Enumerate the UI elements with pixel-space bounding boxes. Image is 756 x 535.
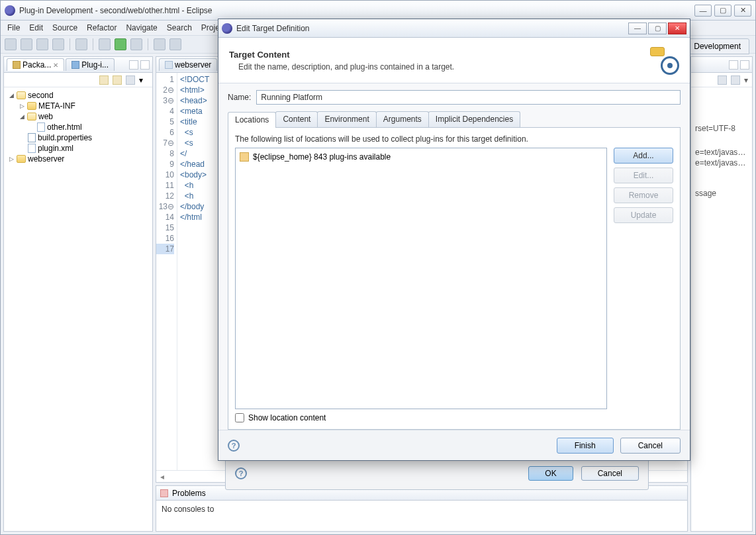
- locations-list[interactable]: ${eclipse_home} 843 plug-ins available: [235, 148, 607, 409]
- name-input[interactable]: [256, 90, 681, 105]
- help-icon[interactable]: ?: [235, 467, 247, 479]
- tab-environment[interactable]: Environment: [317, 111, 376, 127]
- outline-item[interactable]: rset=UTF-8: [695, 123, 748, 134]
- eclipse-icon: [222, 23, 232, 34]
- location-item[interactable]: ${eclipse_home} 843 plug-ins available: [240, 152, 602, 162]
- help-icon[interactable]: ?: [228, 440, 240, 452]
- menu-refactor[interactable]: Refactor: [83, 22, 120, 34]
- run-icon[interactable]: [115, 38, 126, 50]
- tree-item[interactable]: second: [28, 91, 54, 100]
- edit-button[interactable]: Edit...: [614, 168, 673, 183]
- tree-item[interactable]: webserver: [28, 154, 64, 164]
- saveall-icon[interactable]: [36, 38, 48, 50]
- plugin-icon: [71, 61, 79, 69]
- update-button[interactable]: Update: [614, 207, 673, 223]
- dialog-maximize-button[interactable]: ▢: [648, 23, 667, 34]
- problems-console-panel: Problems No consoles to: [156, 485, 688, 532]
- minimize-icon[interactable]: [729, 60, 738, 70]
- remove-button[interactable]: Remove: [614, 187, 673, 203]
- expander-icon[interactable]: ◢: [19, 113, 25, 120]
- project-icon: [17, 155, 26, 163]
- outline-tabs: [691, 57, 752, 73]
- locations-tab-content: The following list of locations will be …: [228, 128, 681, 430]
- project-tree[interactable]: ◢second ▷META-INF ◢web other.html build.…: [4, 87, 152, 167]
- tab-implicit-dependencies[interactable]: Implicit Dependencies: [428, 111, 520, 127]
- dialog-close-button[interactable]: ✕: [668, 23, 686, 34]
- expander-icon[interactable]: ◢: [8, 92, 15, 99]
- outline-item[interactable]: e=text/javascrip: [695, 147, 748, 158]
- close-button[interactable]: ✕: [734, 5, 751, 17]
- tab-content[interactable]: Content: [275, 111, 318, 127]
- maximize-icon[interactable]: [740, 60, 749, 70]
- outline-toolbar: ▾: [691, 73, 752, 87]
- perspective-development[interactable]: Development: [685, 38, 749, 54]
- package-icon: [13, 61, 21, 69]
- menu-edit[interactable]: Edit: [25, 22, 47, 34]
- show-location-content-checkbox[interactable]: [235, 413, 244, 422]
- collapse-icon[interactable]: [99, 75, 109, 85]
- tab-label: Plug-i...: [81, 60, 109, 70]
- maximize-icon[interactable]: [140, 60, 150, 70]
- ok-button[interactable]: OK: [528, 466, 573, 481]
- run-last-icon[interactable]: [130, 38, 142, 50]
- tab-problems[interactable]: Problems: [172, 489, 206, 498]
- menu-file[interactable]: File: [3, 22, 24, 34]
- expander-icon[interactable]: ▷: [8, 156, 15, 162]
- location-icon: [240, 152, 249, 162]
- minimize-button[interactable]: —: [694, 5, 712, 17]
- code-content[interactable]: <!DOCT<html><head><meta<title <s <s</</h…: [177, 73, 212, 470]
- menu-search[interactable]: Search: [163, 22, 196, 34]
- dialog-tabs: Locations Content Environment Arguments …: [228, 111, 681, 128]
- menu-navigate[interactable]: Navigate: [122, 22, 161, 34]
- line-gutter: 12⊖3⊖4567⊖8910111213⊖14151617: [156, 73, 177, 470]
- dialog-minimize-button[interactable]: —: [628, 23, 647, 34]
- link-icon[interactable]: [113, 75, 122, 85]
- tree-item[interactable]: META-INF: [38, 101, 75, 111]
- wand-icon[interactable]: [75, 38, 87, 50]
- cancel-button[interactable]: Cancel: [581, 466, 639, 481]
- xml-file-icon: [28, 144, 36, 153]
- location-buttons: Add... Edit... Remove Update: [614, 148, 673, 409]
- save-icon[interactable]: [21, 38, 32, 50]
- tab-locations[interactable]: Locations: [228, 112, 276, 128]
- minimize-icon[interactable]: [129, 60, 138, 70]
- tree-item[interactable]: web: [38, 112, 53, 121]
- eclipse-icon: [5, 5, 15, 16]
- menu-dropdown-icon[interactable]: ▾: [744, 75, 748, 85]
- menu-source[interactable]: Source: [48, 22, 81, 34]
- dialog-header: Target Content Edit the name, descriptio…: [218, 38, 690, 83]
- outline-content[interactable]: rset=UTF-8 e=text/javascrip e=text/javas…: [691, 87, 752, 201]
- tab-package-explorer[interactable]: Packa... ✕: [7, 58, 64, 71]
- tree-item[interactable]: plugin.xml: [38, 144, 73, 153]
- tree-item[interactable]: other.html: [47, 122, 82, 132]
- filter-icon[interactable]: [126, 75, 135, 85]
- add-button[interactable]: Add...: [614, 148, 673, 164]
- refresh-icon[interactable]: [169, 38, 181, 50]
- expander-icon[interactable]: ▷: [19, 103, 25, 109]
- dialog-footer: ? Finish Cancel: [218, 430, 690, 460]
- print-icon[interactable]: [52, 38, 64, 50]
- sort-icon[interactable]: [718, 75, 727, 85]
- tree-item[interactable]: build.properties: [38, 133, 92, 142]
- cancel-button[interactable]: Cancel: [620, 438, 681, 454]
- new-icon[interactable]: [5, 38, 17, 50]
- file-icon: [165, 61, 173, 69]
- debug-icon[interactable]: [99, 38, 111, 50]
- outline-item[interactable]: ssage: [695, 188, 748, 199]
- menu-icon[interactable]: ▾: [139, 75, 148, 85]
- close-icon[interactable]: ✕: [53, 62, 58, 69]
- editor-tab-webserver[interactable]: webserver: [159, 58, 217, 71]
- location-text: ${eclipse_home} 843 plug-ins available: [253, 152, 391, 162]
- new-plugin-icon[interactable]: [154, 38, 165, 50]
- tab-arguments[interactable]: Arguments: [376, 111, 429, 127]
- tab-plugins[interactable]: Plug-i...: [66, 58, 115, 71]
- edit-target-definition-dialog: Edit Target Definition — ▢ ✕ Target Cont…: [218, 19, 690, 461]
- finish-button[interactable]: Finish: [557, 438, 614, 454]
- show-location-content-row: Show location content: [235, 413, 673, 422]
- maximize-button[interactable]: ▢: [714, 5, 732, 17]
- outline-item[interactable]: e=text/javascrip: [695, 158, 748, 168]
- filter-icon[interactable]: [731, 75, 740, 85]
- view-tabs: Packa... ✕ Plug-i...: [4, 57, 152, 73]
- dialog-titlebar: Edit Target Definition — ▢ ✕: [218, 19, 690, 38]
- name-label: Name:: [228, 93, 251, 102]
